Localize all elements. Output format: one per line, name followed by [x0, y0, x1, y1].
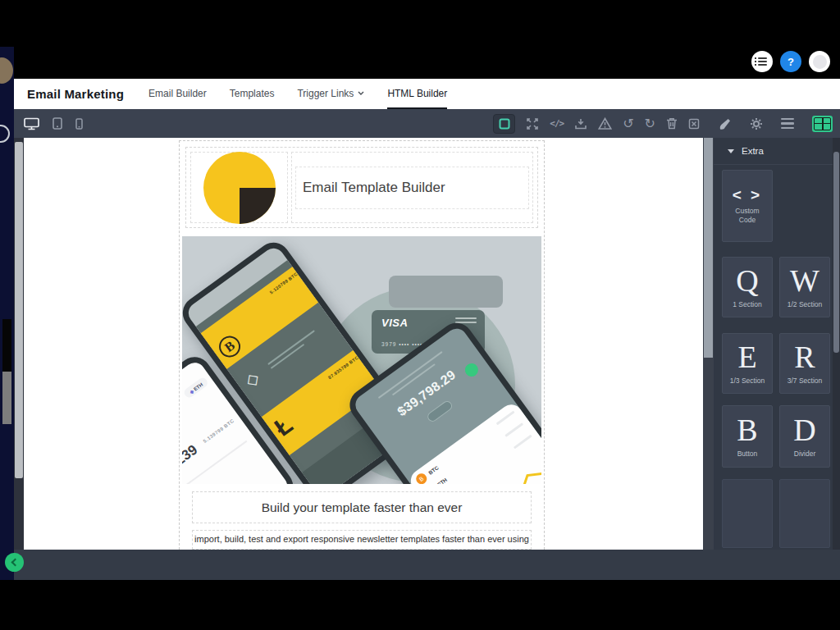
- extra-section-header[interactable]: Extra: [714, 138, 840, 165]
- collapse-panel-button[interactable]: [5, 553, 24, 572]
- eth-value: 6.239: [182, 442, 201, 476]
- paragraph-text: import, build, test and export responsiv…: [194, 534, 529, 544]
- gear-icon: [750, 117, 763, 130]
- device-switcher: [14, 117, 83, 130]
- hero-image-block[interactable]: VISA 3979 •••• •••• •••• 1919 B 5.120799…: [182, 236, 541, 484]
- app-header: Email Marketing Email Builder Templates …: [14, 79, 840, 109]
- eth-coin-icon: ◆: [422, 483, 437, 484]
- send-pill: [426, 399, 454, 424]
- extra-section-label: Extra: [742, 146, 764, 156]
- notes-menu-button[interactable]: [751, 51, 773, 72]
- tab-trigger-links[interactable]: Trigger Links: [297, 79, 364, 109]
- logo-block[interactable]: [190, 152, 288, 223]
- left-scrollbar-thumb[interactable]: [15, 142, 23, 478]
- desktop-view-button[interactable]: [24, 117, 39, 130]
- fullscreen-button[interactable]: [526, 117, 539, 130]
- layer-manager-button[interactable]: [781, 118, 794, 129]
- code-brackets-icon: < >: [733, 187, 762, 203]
- visa-logo: VISA: [381, 317, 408, 329]
- block-half-section[interactable]: W 1/2 Section: [779, 257, 830, 317]
- collapse-triangle-icon: [728, 149, 734, 153]
- undo-button[interactable]: ↺: [623, 117, 633, 130]
- import-button[interactable]: [574, 117, 587, 130]
- sidebar-scrollbar-track[interactable]: [833, 138, 840, 550]
- screen: ? Email Marketing Email Builder Template…: [0, 0, 840, 630]
- settings-button[interactable]: [750, 117, 763, 130]
- mobile-view-button[interactable]: [75, 118, 83, 130]
- heading-block[interactable]: Build your template faster than ever: [192, 491, 532, 523]
- topbar-circles: ?: [751, 51, 830, 72]
- block-37-section[interactable]: R 3/7 Section: [779, 333, 830, 394]
- block-button[interactable]: B Button: [722, 405, 773, 468]
- undo-icon: ↺: [623, 117, 633, 130]
- square-outline-icon: [499, 118, 510, 130]
- chevron-down-icon: [358, 91, 364, 95]
- redo-icon: ↻: [645, 117, 655, 130]
- bottom-bar: [14, 550, 840, 580]
- toggle-borders-button[interactable]: [493, 114, 515, 134]
- litecoin-icon: Ł: [269, 410, 298, 441]
- tab-email-builder[interactable]: Email Builder: [148, 79, 207, 109]
- toolbar-actions: </> ↺ ↻: [493, 114, 840, 134]
- style-manager-button[interactable]: [718, 117, 732, 130]
- heading-text: Build your template faster than ever: [262, 500, 463, 514]
- help-button[interactable]: ?: [780, 51, 801, 72]
- blocks-panel-button[interactable]: [812, 116, 833, 132]
- block-partial-right[interactable]: [779, 479, 830, 548]
- blocks-grid-icon: [812, 116, 833, 132]
- page-title: Email Marketing: [27, 87, 124, 101]
- question-mark-icon: ?: [788, 56, 794, 68]
- trash-icon: [666, 117, 678, 130]
- sidebar-scrollbar-thumb[interactable]: [833, 152, 839, 353]
- list-icon: [758, 57, 767, 66]
- hero-bg-rect-top: [389, 276, 503, 308]
- layers-icon: [781, 118, 794, 129]
- view-code-button[interactable]: </>: [550, 118, 564, 129]
- eth-pill: ◆ ETH: [182, 376, 209, 399]
- blocks-sidebar: Extra < > Custom Code Q 1 Section W 1/2 …: [714, 138, 840, 550]
- block-divider[interactable]: D Divider: [779, 405, 830, 468]
- paragraph-block[interactable]: import, build, test and export responsiv…: [192, 530, 532, 550]
- block-third-section[interactable]: E 1/3 Section: [722, 333, 773, 394]
- rail-artifact-dark: [2, 319, 11, 372]
- tablet-icon: [52, 117, 62, 130]
- save-template-button[interactable]: [688, 118, 700, 130]
- redo-button[interactable]: ↻: [645, 117, 655, 130]
- logo-quadrant: [240, 188, 276, 224]
- email-template[interactable]: Email Template Builder VISA 3979 •••• ••…: [179, 140, 545, 550]
- warning-triangle-icon: [598, 117, 612, 130]
- rail-artifact-gray: [2, 372, 11, 424]
- canvas-scrollbar-thumb[interactable]: [704, 138, 713, 358]
- block-custom-code[interactable]: < > Custom Code: [722, 170, 773, 242]
- block-partial-left[interactable]: [722, 479, 773, 548]
- tab-html-builder[interactable]: HTML Builder: [387, 79, 447, 109]
- editor-canvas[interactable]: Email Template Builder VISA 3979 •••• ••…: [24, 138, 703, 550]
- coin-list-sheet: B BTC ◆ ETH Ł LTC: [406, 400, 541, 484]
- canvas-scrollbar-track[interactable]: [703, 138, 714, 550]
- template-title-text[interactable]: Email Template Builder: [295, 167, 529, 209]
- tab-templates[interactable]: Templates: [230, 79, 275, 109]
- builder-toolbar: </> ↺ ↻: [14, 109, 840, 138]
- avatar-icon: [813, 55, 827, 69]
- title-block[interactable]: Email Template Builder: [291, 152, 533, 223]
- brand-logo: [203, 152, 276, 224]
- monitor-icon: [24, 117, 39, 130]
- brush-icon: [718, 117, 732, 130]
- avatar[interactable]: [809, 51, 830, 72]
- tablet-view-button[interactable]: [52, 117, 62, 130]
- eth-sub-value: 5.139799 BTC: [203, 418, 235, 444]
- warnings-button[interactable]: [598, 117, 612, 130]
- code-icon: </>: [550, 118, 564, 129]
- block-1-section[interactable]: Q 1 Section: [722, 257, 773, 317]
- mobile-icon: [75, 118, 83, 130]
- nav-tabs: Email Builder Templates Trigger Links HT…: [148, 79, 447, 109]
- clear-canvas-button[interactable]: [666, 117, 678, 130]
- bitcoin-icon: B: [215, 331, 244, 361]
- template-header-block[interactable]: Email Template Builder: [185, 147, 538, 228]
- save-box-icon: [688, 118, 700, 130]
- chevron-left-icon: [11, 559, 20, 567]
- import-icon: [574, 117, 587, 130]
- expand-arrows-icon: [526, 117, 539, 130]
